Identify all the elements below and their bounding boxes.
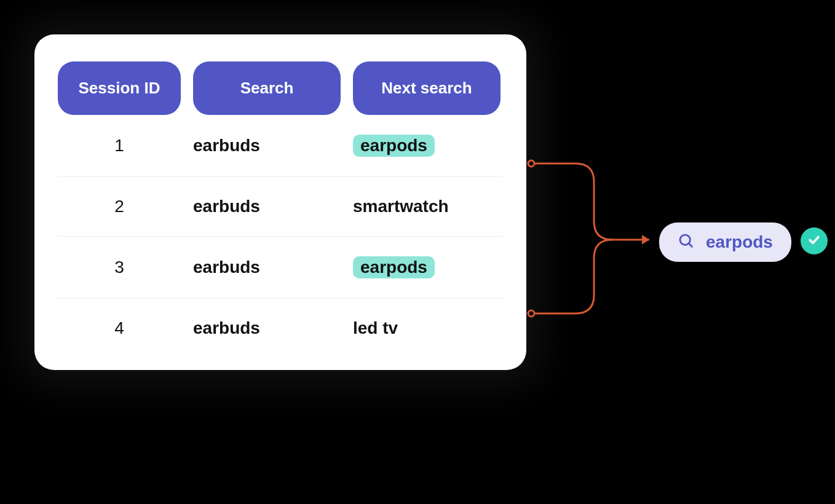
cell-search: earbuds [193, 318, 341, 338]
table-row: 2 earbuds smartwatch [58, 177, 503, 237]
header-session-id: Session ID [58, 61, 181, 115]
highlight-pill: earpods [353, 256, 435, 278]
table-header-row: Session ID Search Next search [58, 61, 503, 115]
result-label: earpods [706, 232, 773, 252]
cell-session-id: 2 [58, 197, 181, 216]
table-row: 1 earbuds earpods [58, 115, 503, 177]
cell-next-search: earpods [353, 256, 501, 278]
cell-search: earbuds [193, 136, 341, 156]
cell-search: earbuds [193, 258, 341, 277]
header-next-search: Next search [353, 61, 501, 115]
cell-next-search: earpods [353, 135, 501, 157]
header-search: Search [193, 61, 341, 115]
cell-search: earbuds [193, 197, 341, 216]
check-badge [801, 227, 828, 254]
check-icon [807, 232, 821, 250]
svg-point-1 [528, 310, 534, 317]
next-value: smartwatch [353, 197, 449, 216]
connector-bracket [526, 148, 662, 332]
cell-next-search: led tv [353, 318, 501, 338]
highlight-pill: earpods [353, 135, 435, 157]
table-row: 4 earbuds led tv [58, 299, 503, 358]
next-value: led tv [353, 318, 398, 337]
cell-session-id: 4 [58, 318, 181, 338]
cell-session-id: 1 [58, 136, 181, 156]
cell-session-id: 3 [58, 258, 181, 277]
result-pill: earpods [659, 222, 791, 262]
table-row: 3 earbuds earpods [58, 237, 503, 299]
cell-next-search: smartwatch [353, 197, 501, 216]
svg-line-4 [689, 243, 692, 246]
svg-point-0 [528, 160, 534, 167]
search-icon [678, 232, 695, 252]
session-table-card: Session ID Search Next search 1 earbuds … [34, 34, 526, 370]
